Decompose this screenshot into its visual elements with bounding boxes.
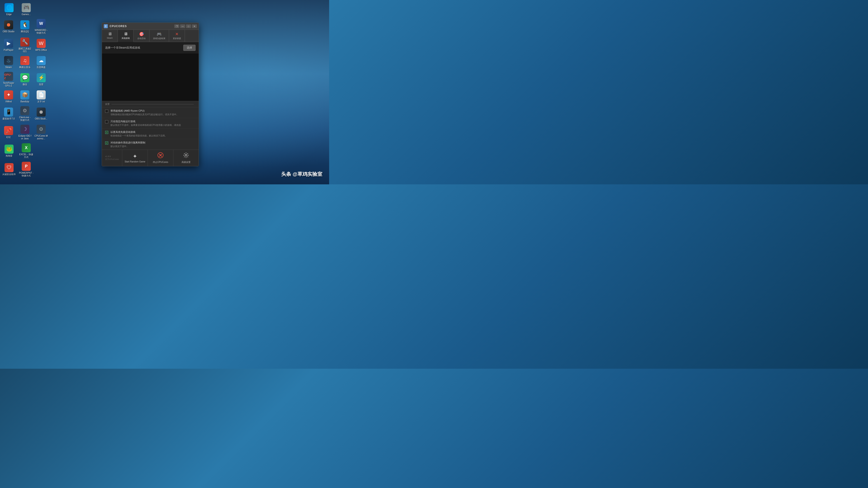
setting-priority-text: 以更高优先级启动游戏 给游戏指定一个更高的处理器优先级。默认情况下启用。	[111, 130, 195, 137]
potplayer-icon: ▶	[4, 39, 13, 48]
desktop-icon-tools[interactable]: 🔧 图吧工具箱2021	[17, 36, 33, 54]
advanced-settings-icon	[183, 152, 189, 160]
xmind-icon: ✦	[4, 90, 13, 99]
desktop-icon-techpower[interactable]: GPU-Z TechPower GPU-Z	[1, 70, 16, 89]
aiyong-icon: 📱	[4, 107, 13, 117]
desktop-icon-aiyong[interactable]: 📱 爱思助手7.0	[1, 105, 16, 123]
app-icon: C	[104, 24, 108, 28]
desktop-icon-potplayer[interactable]: ▶ PotPlayer	[1, 36, 16, 54]
tools-icon: 🔧	[20, 37, 29, 46]
svg-line-11	[184, 157, 185, 157]
desktop-icon-edge[interactable]: 🌐 Edge	[1, 2, 17, 17]
desktop-icon-paopao[interactable]: 🐸 泡泡堂	[1, 142, 17, 160]
setting-priority-title: 以更高优先级启动游戏	[111, 130, 195, 134]
qq-label: 腾讯QQ	[21, 30, 29, 33]
stop-cpucores-icon	[157, 152, 164, 160]
desktop-icon-winword[interactable]: W WINWORD - 快捷方式	[33, 18, 49, 36]
desktop-icon-txt[interactable]: 📄 文字.txt	[33, 89, 49, 104]
setting-cores-text: 只在指定内核运行游戏 默认情况下不选中。如果要启动单线程或CPU使用最小的游戏，…	[111, 120, 195, 127]
tab-auto-icon: 🎯	[139, 32, 144, 37]
desktop-icon-nailzi[interactable]: 📌 钉钉	[1, 123, 16, 141]
setting-disable-ht: 禁用超线程 (AMD Ryzen CPU) 强制游戏以混分配的CPU内核以及无H…	[102, 107, 199, 118]
settings-section: 设置 禁用超线程 (AMD Ryzen CPU) 强制游戏以混分配的CPU内核以…	[102, 101, 199, 150]
techpower-label: TechPower GPU-Z	[2, 82, 16, 87]
desktop-icon-ppt[interactable]: P POWERPNT - 快捷方式	[18, 160, 34, 178]
steam-icon: ♨	[4, 56, 13, 65]
random-game-label: Start Random Game	[125, 160, 145, 163]
paopao-label: 泡泡堂	[6, 155, 12, 157]
wps-icon: W	[37, 39, 46, 48]
xmind-label: XMind	[5, 100, 12, 103]
desktop-icon-huoji[interactable]: 🛡 火绒安全软件	[1, 160, 17, 178]
desktop-icon-client[interactable]: ⚙ Client.exe - 快捷方式	[17, 105, 33, 123]
stop-cpucores-button[interactable]: 停止CPUCores	[148, 150, 173, 166]
tab-more[interactable]: ✕ 更多家庭	[169, 30, 185, 42]
svg-point-3	[185, 154, 187, 156]
tab-auto-launch[interactable]: 🎯 自动启动	[133, 30, 149, 42]
games-icon: 🎮	[22, 3, 31, 12]
desktop-icon-bandizip[interactable]: 📦 Bandizip	[17, 89, 33, 104]
close-button[interactable]: ✕	[192, 24, 197, 28]
restore-button[interactable]: ❐	[174, 24, 179, 28]
random-game-button[interactable]: ✦ Start Random Game	[122, 150, 148, 166]
tab-more-label: 更多家庭	[173, 37, 181, 40]
tab-steam-label: Steam	[107, 37, 113, 39]
setting-priority-desc: 给游戏指定一个更高的处理器优先级。默认情况下启用。	[111, 134, 195, 137]
checkbox-high-priority[interactable]: ✓	[105, 131, 108, 134]
desktop-icon-excel[interactable]: X EXCEL - 快捷方式	[18, 142, 34, 160]
desktop-icon-xunlei[interactable]: ⚡ 迅雷	[33, 70, 49, 89]
desktop-icon-obsstudi[interactable]: ⏺ OBS-Studi...	[33, 105, 49, 123]
games-label: Games...	[22, 13, 31, 16]
bandizip-icon: 📦	[20, 90, 29, 99]
huoji-label: 火绒安全软件	[2, 173, 16, 176]
winword-label: WINWORD - 快捷方式	[34, 29, 48, 34]
desktop-icon-games[interactable]: 🎮 Games...	[18, 2, 34, 17]
setting-isolate-desc: 默认情况下选中。	[111, 145, 195, 148]
window-tabs: 🖥 Steam 🖥 其他游戏 🎯 自动启动 🎮 游戏头盔检测 ✕ 更多家庭	[102, 30, 199, 42]
watermark: 头条 @草鸡实验室	[281, 171, 322, 177]
desktop-icon-wechat[interactable]: 💬 微信	[17, 70, 33, 89]
setting-isolate: ✓ 对你的操作系统进行隔离和限制 默认情况下选中。	[102, 139, 199, 150]
paopao-icon: 🐸	[4, 144, 13, 154]
tab-other-games[interactable]: 🖥 其他游戏	[118, 30, 133, 42]
desktop-icon-eclipse[interactable]: ☽ Eclipse IDE for Java	[17, 123, 33, 141]
random-game-icon: ✦	[133, 153, 137, 160]
desktop-icon-obs[interactable]: ⏺ OBS Studio	[1, 18, 16, 36]
cpucores-icon: ⚙	[37, 125, 46, 134]
obs-icon: ⏺	[4, 20, 13, 29]
advanced-settings-button[interactable]: 高级设置	[173, 150, 199, 166]
select-button[interactable]: 选择	[183, 45, 195, 51]
steam-label: Steam	[5, 66, 12, 69]
tab-detect-icon: 🎮	[157, 32, 162, 37]
setting-isolate-text: 对你的操作系统进行隔离和限制 默认情况下选中。	[111, 141, 195, 148]
setting-cores-desc: 默认情况下不选中。如果要启动单线程或CPU使用最小的游戏，请勿选	[111, 124, 195, 127]
tab-detect[interactable]: 🎮 游戏头盔检测	[149, 30, 169, 42]
desktop-icon-xmind[interactable]: ✦ XMind	[1, 89, 16, 104]
desktop-icon-baidu[interactable]: ☁ 百度网盘	[33, 55, 49, 70]
checkbox-isolate[interactable]: ✓	[105, 141, 108, 144]
checkbox-disable-ht[interactable]	[105, 109, 108, 113]
nailzi-icon: 📌	[4, 126, 13, 135]
ppt-label: POWERPNT - 快捷方式	[19, 172, 33, 177]
xunlei-icon: ⚡	[37, 73, 46, 82]
potplayer-label: PotPlayer	[4, 49, 13, 52]
tab-other-icon: 🖥	[124, 32, 128, 36]
tab-more-icon: ✕	[175, 32, 179, 37]
window-title: CPUCORES	[110, 25, 174, 28]
aiyong-label: 爱思助手7.0	[2, 118, 15, 120]
desktop-icon-qq[interactable]: 🐧 腾讯QQ	[17, 18, 33, 36]
desktop-icon-steam[interactable]: ♨ Steam	[1, 55, 16, 70]
edge-label: Edge	[6, 13, 11, 16]
minimize-button[interactable]: —	[180, 24, 185, 28]
tab-steam[interactable]: 🖥 Steam	[102, 30, 118, 42]
desktop-icon-cpucores[interactable]: ⚙ CPUCores Maximiz...	[33, 123, 49, 141]
checkbox-only-cores[interactable]	[105, 120, 108, 123]
desktop-icon-netease[interactable]: ♫ 网易云音乐	[17, 55, 33, 70]
setting-ht-text: 禁用超线程 (AMD Ryzen CPU) 强制游戏以混分配的CPU内核以及无H…	[111, 109, 195, 116]
excel-icon: X	[22, 143, 31, 152]
desktop-icon-wps[interactable]: W WPS Office	[33, 36, 49, 54]
eclipse-icon: ☽	[20, 125, 29, 134]
xunlei-label: 迅雷	[39, 83, 43, 86]
nailzi-label: 钉钉	[6, 136, 11, 139]
maximize-button[interactable]: □	[186, 24, 191, 28]
